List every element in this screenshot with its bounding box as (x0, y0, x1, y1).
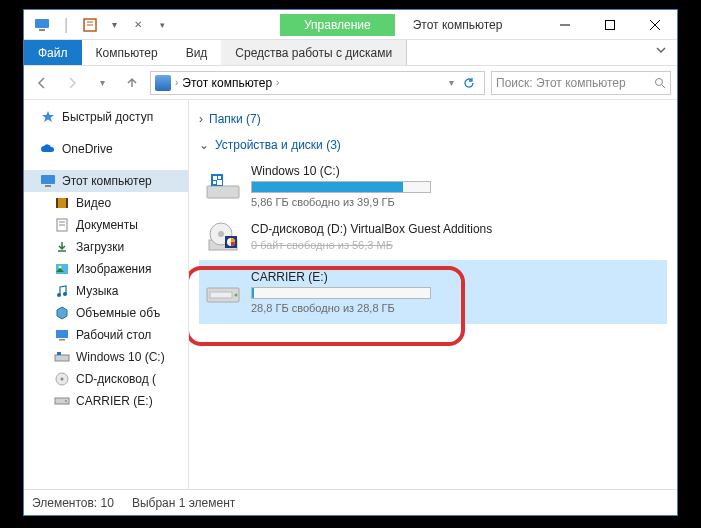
up-button[interactable] (120, 71, 144, 95)
monitor-icon (40, 173, 56, 189)
sidebar-item-label: Этот компьютер (62, 174, 152, 188)
sidebar-item-documents[interactable]: Документы (24, 214, 188, 236)
drive-name: CD-дисковод (D:) VirtualBox Guest Additi… (251, 222, 661, 236)
qat-dropdown-icon[interactable]: ▾ (104, 15, 124, 35)
back-button[interactable] (30, 71, 54, 95)
desktop-icon (54, 327, 70, 343)
svg-rect-0 (35, 19, 49, 28)
svg-rect-6 (605, 21, 614, 30)
group-devices[interactable]: ⌄ Устройства и диски (3) (199, 134, 667, 160)
drive-info: CARRIER (E:) 28,8 ГБ свободно из 28,8 ГБ (251, 270, 661, 314)
svg-rect-24 (56, 330, 68, 338)
capacity-bar (251, 181, 431, 193)
navigation-pane[interactable]: Быстрый доступ OneDrive Этот компьютер В… (24, 100, 189, 489)
sidebar-item-label: Музыка (76, 284, 118, 298)
address-dropdown-icon[interactable]: ▾ (449, 77, 454, 88)
drive-item-c[interactable]: Windows 10 (C:) 5,86 ГБ свободно из 39,9… (199, 160, 667, 212)
svg-rect-26 (55, 355, 69, 361)
svg-rect-15 (66, 198, 68, 208)
chevron-down-icon: ⌄ (199, 138, 209, 152)
sidebar-item-label: Рабочий стол (76, 328, 151, 342)
sidebar-item-this-pc[interactable]: Этот компьютер (24, 170, 188, 192)
svg-rect-1 (39, 29, 45, 31)
forward-button[interactable] (60, 71, 84, 95)
content-pane[interactable]: › Папки (7) ⌄ Устройства и диски (3) Win… (189, 100, 677, 489)
sidebar-item-3d-objects[interactable]: Объемные объ (24, 302, 188, 324)
explorer-body: Быстрый доступ OneDrive Этот компьютер В… (24, 100, 677, 489)
sidebar-item-downloads[interactable]: Загрузки (24, 236, 188, 258)
sidebar-item-drive-e[interactable]: CARRIER (E:) (24, 390, 188, 412)
drive-item-e[interactable]: CARRIER (E:) 28,8 ГБ свободно из 28,8 ГБ (199, 260, 667, 324)
star-icon (40, 109, 56, 125)
svg-rect-12 (45, 185, 51, 187)
picture-icon (54, 261, 70, 277)
svg-line-10 (662, 85, 665, 88)
refresh-icon[interactable] (458, 76, 480, 90)
sidebar-item-label: Изображения (76, 262, 151, 276)
status-item-count: Элементов: 10 (32, 496, 114, 510)
sidebar-item-videos[interactable]: Видео (24, 192, 188, 214)
drive-info: CD-дисковод (D:) VirtualBox Guest Additi… (251, 222, 661, 251)
sidebar-item-music[interactable]: Музыка (24, 280, 188, 302)
tab-disk-tools[interactable]: Средства работы с дисками (221, 40, 407, 65)
disc-drive-icon (205, 218, 241, 254)
ribbon-context-area: Управление Этот компьютер (180, 10, 542, 39)
svg-rect-44 (210, 292, 232, 298)
drive-name: CARRIER (E:) (251, 270, 661, 284)
search-input[interactable]: Поиск: Этот компьютер (491, 71, 671, 95)
maximize-button[interactable] (587, 10, 632, 40)
window-title: Этот компьютер (395, 18, 503, 32)
svg-rect-27 (57, 352, 61, 355)
tab-file[interactable]: Файл (24, 40, 82, 65)
close-button[interactable] (632, 10, 677, 40)
tab-computer[interactable]: Компьютер (82, 40, 172, 65)
download-icon (54, 239, 70, 255)
address-segment[interactable]: Этот компьютер (182, 76, 272, 90)
sidebar-item-label: CD-дисковод ( (76, 372, 156, 386)
sidebar-item-label: Видео (76, 196, 111, 210)
sidebar-item-drive-c[interactable]: Windows 10 (C:) (24, 346, 188, 368)
properties-icon[interactable] (80, 15, 100, 35)
recent-dropdown-icon[interactable]: ▾ (90, 71, 114, 95)
minimize-button[interactable] (542, 10, 587, 40)
capacity-bar (251, 287, 431, 299)
manage-tab[interactable]: Управление (280, 14, 395, 36)
qat-sep: | (56, 15, 76, 35)
drive-icon (205, 274, 241, 310)
sidebar-item-label: CARRIER (E:) (76, 394, 153, 408)
status-selection: Выбран 1 элемент (132, 496, 235, 510)
address-row: ▾ › Этот компьютер › ▾ Поиск: Этот компь… (24, 66, 677, 100)
address-bar[interactable]: › Этот компьютер › ▾ (150, 71, 485, 95)
ribbon-expand-icon[interactable] (645, 40, 677, 65)
drive-item-d[interactable]: CD-дисковод (D:) VirtualBox Guest Additi… (199, 214, 667, 258)
sidebar-item-label: Windows 10 (C:) (76, 350, 165, 364)
explorer-window: | ▾ ✕ ▾ Управление Этот компьютер Файл К… (23, 9, 678, 516)
svg-point-29 (61, 378, 64, 381)
svg-point-22 (57, 293, 61, 297)
film-icon (54, 195, 70, 211)
ribbon-tabs: Файл Компьютер Вид Средства работы с дис… (24, 40, 677, 66)
document-icon (54, 217, 70, 233)
sidebar-item-label: Объемные объ (76, 306, 160, 320)
group-label: Устройства и диски (3) (215, 138, 341, 152)
chevron-right-icon[interactable]: › (276, 77, 279, 88)
cloud-icon (40, 141, 56, 157)
svg-rect-32 (207, 186, 239, 198)
quick-access-toolbar: | ▾ ✕ ▾ (24, 10, 180, 39)
group-folders[interactable]: › Папки (7) (199, 108, 667, 134)
sidebar-item-pictures[interactable]: Изображения (24, 258, 188, 280)
chevron-right-icon[interactable]: › (175, 77, 178, 88)
svg-point-31 (65, 400, 67, 402)
tab-view[interactable]: Вид (172, 40, 222, 65)
qat-delete-icon[interactable]: ✕ (128, 15, 148, 35)
sidebar-item-desktop[interactable]: Рабочий стол (24, 324, 188, 346)
svg-point-9 (656, 78, 663, 85)
sidebar-item-quick-access[interactable]: Быстрый доступ (24, 106, 188, 128)
drive-sub: 5,86 ГБ свободно из 39,9 ГБ (251, 196, 661, 208)
sidebar-item-label: Документы (76, 218, 138, 232)
svg-rect-20 (56, 264, 68, 274)
svg-rect-37 (217, 180, 222, 185)
sidebar-item-onedrive[interactable]: OneDrive (24, 138, 188, 160)
qat-menu-icon[interactable]: ▾ (152, 15, 172, 35)
sidebar-item-drive-d[interactable]: CD-дисковод ( (24, 368, 188, 390)
